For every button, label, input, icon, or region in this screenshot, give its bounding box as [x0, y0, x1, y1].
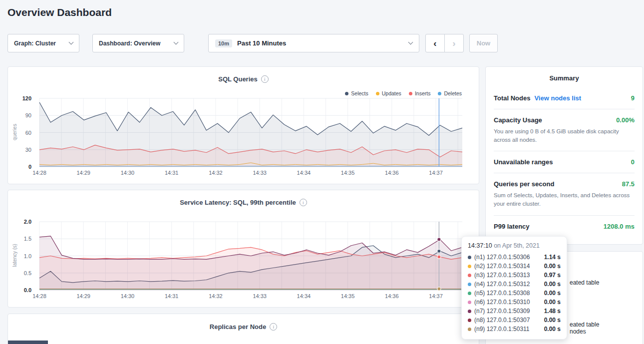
info-icon[interactable]: i	[270, 323, 277, 331]
tooltip-node-row: (n5) 127.0.0.1:503080.00 s	[468, 289, 561, 298]
tooltip-node-address: (n2) 127.0.0.1:50314	[474, 263, 541, 270]
chart-title: Service Latency: SQL, 99th percentile i	[8, 199, 479, 206]
time-next-button[interactable]: ›	[444, 34, 464, 52]
chart-title-text: SQL Queries	[218, 75, 258, 83]
x-tick-label: 14:36	[385, 293, 399, 299]
tooltip-node-address: (n4) 127.0.0.1:50312	[474, 281, 541, 288]
partial-chart-element	[8, 341, 48, 344]
legend-label: Inserts	[415, 90, 431, 96]
y-tick-label: 30	[25, 147, 31, 153]
info-icon[interactable]: i	[261, 75, 269, 83]
x-axis-ticks: 14:2814:2914:3014:3114:3214:3314:3414:35…	[39, 293, 462, 301]
summary-label: P99 latency	[494, 223, 530, 230]
y-tick-label: 0	[28, 164, 31, 170]
x-tick-label: 14:28	[32, 293, 46, 299]
chevron-down-icon	[69, 40, 74, 45]
tooltip-node-address: (n8) 127.0.0.1:50307	[474, 317, 541, 324]
x-tick-label: 14:35	[341, 170, 355, 176]
x-tick-label: 14:28	[32, 170, 46, 176]
y-tick-label: 120	[22, 95, 31, 101]
summary-value: 87.5	[622, 180, 635, 188]
x-tick-label: 14:37	[429, 293, 443, 299]
y-tick-label: 1.5	[24, 236, 31, 242]
summary-value: 0	[631, 158, 635, 166]
tooltip-node-row: (n7) 127.0.0.1:503091.48 s	[468, 307, 561, 316]
event-item-text-partial: eated table	[570, 321, 599, 328]
time-range-selector[interactable]: 10m Past 10 Minutes	[208, 34, 419, 52]
legend-item-inserts: Inserts	[409, 90, 431, 96]
x-tick-label: 14:31	[165, 170, 179, 176]
node-color-dot-icon	[468, 274, 471, 277]
tooltip-node-value: 1.14 s	[544, 254, 561, 261]
summary-label: Capacity Usage	[494, 116, 542, 124]
view-nodes-list-link[interactable]: View nodes list	[534, 94, 581, 102]
now-button[interactable]: Now	[469, 34, 498, 52]
prev-arrow-icon: ‹	[433, 38, 436, 49]
node-color-dot-icon	[468, 319, 471, 322]
x-tick-label: 14:34	[297, 293, 311, 299]
chart-tooltip: 14:37:10 on Apr 5th, 2021 (n1) 127.0.0.1…	[461, 236, 567, 340]
x-tick-label: 14:37	[429, 170, 443, 176]
node-color-dot-icon	[468, 283, 471, 286]
x-tick-label: 14:30	[121, 293, 135, 299]
info-icon[interactable]: i	[300, 199, 307, 206]
node-color-dot-icon	[468, 256, 471, 259]
tooltip-timestamp: 14:37:10 on Apr 5th, 2021	[468, 242, 561, 249]
event-item-text-partial: eated table	[570, 279, 599, 286]
sql-queries-canvas	[39, 98, 462, 167]
graph-dropdown[interactable]: Graph: Cluster	[7, 34, 79, 52]
next-arrow-icon: ›	[452, 38, 455, 49]
summary-value: 1208.0 ms	[604, 223, 635, 230]
tooltip-time: 14:37:10	[468, 242, 492, 249]
summary-row-p99-latency: P99 latency 1208.0 ms	[494, 216, 635, 237]
time-prev-button[interactable]: ‹	[425, 34, 445, 52]
tooltip-node-address: (n9) 127.0.0.1:50311	[474, 326, 541, 333]
y-axis-ticks: 0306090120	[8, 98, 35, 167]
summary-value: 0.00%	[616, 116, 635, 124]
page-title: Overview Dashboard	[7, 6, 112, 18]
node-color-dot-icon	[468, 301, 471, 304]
summary-row-qps: Queries per second 87.5 Sum of Selects, …	[494, 173, 635, 215]
x-tick-label: 14:35	[341, 293, 355, 299]
tooltip-node-address: (n1) 127.0.0.1:50306	[474, 254, 541, 261]
legend-dot-icon	[376, 92, 379, 95]
tooltip-node-row: (n6) 127.0.0.1:503100.00 s	[468, 298, 561, 307]
x-tick-label: 14:33	[253, 170, 267, 176]
chart-title-text: Replicas per Node	[210, 323, 266, 331]
graph-dropdown-label: Graph: Cluster	[14, 40, 56, 47]
chevron-down-icon	[174, 40, 179, 45]
tooltip-node-row: (n9) 127.0.0.1:503110.00 s	[468, 325, 561, 334]
tooltip-node-value: 1.48 s	[544, 308, 561, 315]
x-tick-label: 14:29	[76, 293, 90, 299]
x-tick-label: 14:34	[297, 170, 311, 176]
tooltip-node-value: 0.97 s	[544, 272, 561, 279]
tooltip-node-address: (n6) 127.0.0.1:50310	[474, 299, 541, 306]
node-color-dot-icon	[468, 265, 471, 268]
summary-label: Queries per second	[494, 180, 554, 188]
summary-panel: Summary Total Nodes View nodes list 9 Ca…	[485, 66, 643, 245]
tooltip-node-value: 0.00 s	[544, 326, 561, 333]
summary-label: Unavailable ranges	[494, 158, 553, 166]
x-tick-label: 14:36	[385, 170, 399, 176]
chart-legend: SelectsUpdatesInsertsDeletes	[345, 90, 462, 96]
chart-title: Replicas per Node i	[8, 323, 479, 331]
y-tick-label: 60	[25, 130, 31, 136]
legend-label: Updates	[382, 90, 401, 96]
legend-item-deletes: Deletes	[438, 90, 462, 96]
dashboard-dropdown[interactable]: Dashboard: Overview	[92, 34, 184, 52]
y-tick-label: 0.0	[24, 287, 31, 293]
summary-description: Sum of Selects, Updates, Inserts, and De…	[494, 191, 635, 208]
tooltip-node-address: (n3) 127.0.0.1:50313	[474, 272, 541, 279]
y-tick-label: 90	[25, 112, 31, 118]
y-tick-label: 1.0	[24, 253, 31, 259]
legend-label: Selects	[351, 90, 368, 96]
x-tick-label: 14:33	[253, 293, 267, 299]
legend-dot-icon	[409, 92, 412, 95]
sql-queries-chart-card: SQL Queries i SelectsUpdatesInsertsDelet…	[7, 66, 479, 184]
dashboard-dropdown-label: Dashboard: Overview	[99, 40, 160, 47]
service-latency-chart-card: Service Latency: SQL, 99th percentile i …	[7, 190, 479, 308]
tooltip-node-value: 0.00 s	[544, 290, 561, 297]
x-tick-label: 14:30	[121, 170, 135, 176]
sql-queries-plot[interactable]	[39, 98, 462, 167]
service-latency-plot[interactable]	[39, 222, 462, 290]
